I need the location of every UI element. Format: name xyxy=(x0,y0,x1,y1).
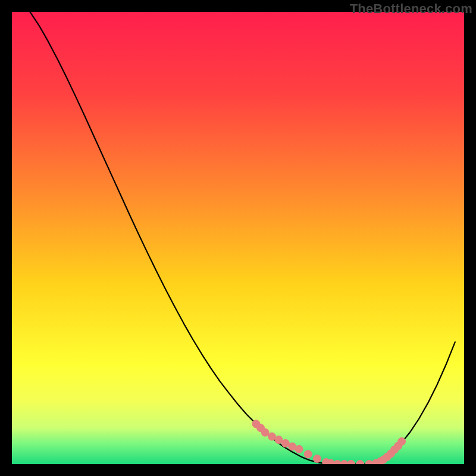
highlight-dot xyxy=(261,428,269,436)
chart-canvas xyxy=(12,12,464,464)
highlight-dot xyxy=(275,436,283,444)
watermark-text: TheBottleneck.com xyxy=(350,1,472,17)
highlight-dot xyxy=(398,438,406,446)
highlight-dot xyxy=(304,450,312,458)
highlight-dot xyxy=(314,455,321,462)
heatmap-background xyxy=(12,12,464,464)
bottleneck-chart xyxy=(12,12,464,464)
highlight-dot xyxy=(295,445,303,453)
